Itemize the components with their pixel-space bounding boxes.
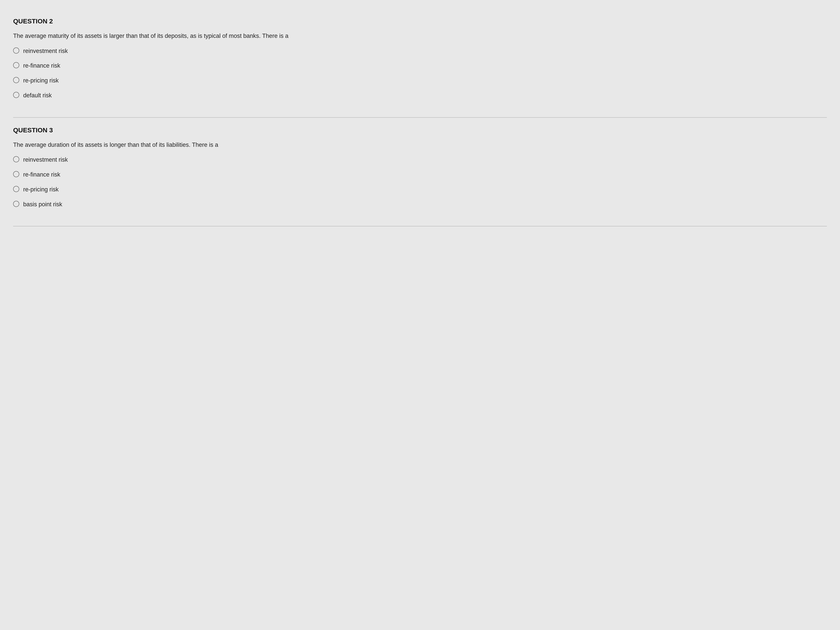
option-label: re-pricing risk [23,77,58,85]
radio-button[interactable] [13,186,19,192]
radio-button[interactable] [13,156,19,162]
option-label: re-finance risk [23,62,60,70]
radio-button[interactable] [13,92,19,98]
list-item[interactable]: reinvestment risk [13,47,827,55]
option-label: default risk [23,92,52,100]
option-label: reinvestment risk [23,156,68,164]
question-2-block: QUESTION 2 The average maturity of its a… [13,9,827,118]
list-item[interactable]: re-finance risk [13,62,827,70]
option-label: reinvestment risk [23,47,68,55]
question-3-text: The average duration of its assets is lo… [13,141,827,149]
page-container: QUESTION 2 The average maturity of its a… [0,0,840,235]
question-2-options: reinvestment risk re-finance risk re-pri… [13,47,827,100]
radio-button[interactable] [13,47,19,54]
question-2-title: QUESTION 2 [13,17,827,25]
option-label: re-pricing risk [23,185,58,194]
question-2-text: The average maturity of its assets is la… [13,32,827,41]
question-3-title: QUESTION 3 [13,126,827,134]
option-label: re-finance risk [23,171,60,179]
list-item[interactable]: basis point risk [13,201,827,209]
list-item[interactable]: re-pricing risk [13,77,827,85]
list-item[interactable]: re-finance risk [13,171,827,179]
question-3-block: QUESTION 3 The average duration of its a… [13,118,827,227]
radio-button[interactable] [13,77,19,83]
list-item[interactable]: default risk [13,92,827,100]
radio-button[interactable] [13,171,19,177]
list-item[interactable]: reinvestment risk [13,156,827,164]
option-label: basis point risk [23,201,62,209]
radio-button[interactable] [13,62,19,68]
question-3-options: reinvestment risk re-finance risk re-pri… [13,156,827,208]
list-item[interactable]: re-pricing risk [13,185,827,194]
radio-button[interactable] [13,201,19,207]
